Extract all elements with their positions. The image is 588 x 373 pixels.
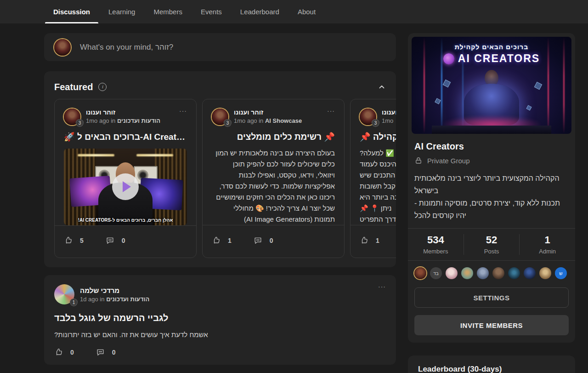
comment-icon: [254, 236, 262, 245]
level-badge: 3: [372, 119, 379, 127]
decor: [424, 37, 425, 134]
more-icon[interactable]: ···: [179, 109, 187, 113]
lock-icon: [414, 156, 423, 165]
featured-cards-row: 3 זוהר וענונו 1mo ago in הודעות ועדכונים…: [54, 99, 396, 258]
stat-admins[interactable]: 1 Admin: [519, 234, 575, 255]
group-description-line: תכנות ללא קוד, יצירת סרטים, מוסיקה ותמונ…: [414, 197, 569, 222]
member-avatar[interactable]: ש: [555, 267, 567, 279]
post-category[interactable]: AI Showcase: [265, 117, 302, 124]
group-description-line: הקהילה המקצועית ביותר ליוצרי בינה מלאכות…: [414, 172, 569, 197]
level-badge: 3: [76, 119, 84, 127]
like-button[interactable]: [54, 348, 63, 356]
avatar[interactable]: 3: [64, 109, 80, 125]
post-composer[interactable]: What's on your mind, זוהר?: [44, 33, 396, 61]
thumbs-up-icon: [360, 236, 368, 245]
tab-learning[interactable]: Learning: [99, 0, 144, 23]
stat-posts[interactable]: 52 Posts: [464, 234, 520, 255]
invite-members-button[interactable]: INVITE MEMBERS: [414, 315, 569, 335]
comment-button[interactable]: [96, 348, 105, 356]
post-author[interactable]: זוהר וענונו: [382, 109, 396, 116]
info-icon[interactable]: [98, 83, 107, 91]
like-count: 1: [228, 237, 232, 244]
chevron-up-icon: [378, 83, 386, 91]
feed-post[interactable]: 1 מרדכי שלמה 1d ago in הודעות ועדכונים ·…: [44, 275, 396, 365]
leaderboard-card: Leaderboard (30-days): [408, 356, 575, 373]
thumbs-up-icon: [64, 236, 73, 245]
featured-section: Featured 3 זוהר וענונו 1mo ago in הודעות…: [44, 71, 396, 267]
member-avatar[interactable]: [461, 267, 473, 279]
tab-discussion[interactable]: Discussion: [44, 0, 99, 23]
tab-members[interactable]: Members: [144, 0, 192, 23]
video-caption: אהלן חברים, ברוכים הבאים ל-AI CREATORS!: [64, 218, 187, 223]
post-category[interactable]: הודעות ועדכונים: [106, 296, 149, 303]
stat-members[interactable]: 534 Members: [408, 234, 464, 255]
banner-title: AI CREATORS: [458, 52, 540, 65]
featured-card-tools[interactable]: 3 זוהר וענונו 1mo ago in AI Showcase ···…: [202, 99, 345, 258]
play-icon[interactable]: [112, 173, 139, 200]
member-avatar[interactable]: [539, 267, 551, 279]
like-count: 5: [80, 237, 84, 244]
post-body[interactable]: אשמח לדעת איך עושים את זה. והאם יש בזה י…: [54, 331, 386, 339]
post-category[interactable]: הודעות ועדכונים: [117, 117, 160, 124]
member-avatar[interactable]: בד: [430, 267, 442, 279]
avatar[interactable]: 3: [360, 109, 376, 125]
member-avatar[interactable]: [492, 267, 504, 279]
tab-about[interactable]: About: [288, 0, 325, 23]
tab-events[interactable]: Events: [192, 0, 231, 23]
more-icon[interactable]: ···: [378, 284, 386, 289]
thumbs-up-icon: [212, 236, 220, 245]
comment-icon: [96, 348, 105, 356]
post-title[interactable]: לגביי הרשמה של גוגל בלבד: [54, 313, 386, 323]
banner-subtitle: ברוכים הבאים לקהילת: [412, 43, 571, 51]
comment-count: 0: [112, 349, 116, 356]
avatar[interactable]: 1: [54, 284, 74, 304]
decor: [563, 37, 565, 134]
group-stats: 534 Members 52 Posts 1 Admin: [408, 228, 575, 261]
member-avatar[interactable]: [446, 267, 458, 279]
nav-tabs: Discussion Learning Members Events Leade…: [0, 0, 588, 23]
member-avatars-row: בד ש: [414, 267, 569, 279]
post-author[interactable]: זוהר וענונו: [86, 109, 160, 116]
featured-title: Featured: [54, 82, 93, 92]
post-author[interactable]: מרדכי שלמה: [80, 287, 149, 294]
collapse-featured-button[interactable]: [378, 83, 386, 91]
member-avatar[interactable]: [524, 267, 536, 279]
featured-card-community[interactable]: 3 זוהר וענונו 1mo קהילה 📌 ✅ למעלה? היכנס…: [350, 99, 396, 258]
like-button[interactable]: [360, 236, 368, 245]
feed-column: What's on your mind, זוהר? Featured 3: [44, 33, 396, 365]
post-title[interactable]: 📌 רשימת כלים מומלצים: [212, 132, 335, 142]
avatar[interactable]: 3: [212, 109, 228, 125]
member-avatar[interactable]: [508, 267, 520, 279]
top-navigation: Discussion Learning Members Events Leade…: [0, 0, 588, 23]
comment-button[interactable]: [254, 236, 262, 245]
group-name: AI Creators: [414, 141, 569, 152]
member-avatar[interactable]: [414, 267, 426, 279]
level-badge: 1: [70, 298, 78, 306]
post-author[interactable]: זוהר וענונו: [234, 109, 302, 116]
brain-icon: [443, 53, 454, 64]
decor: [435, 98, 441, 104]
post-title[interactable]: 🚀 ברוכים הבאים ל-AI Creators: [64, 132, 187, 142]
group-banner[interactable]: ברוכים הבאים לקהילת AI CREATORS: [412, 37, 571, 134]
like-button[interactable]: [212, 236, 220, 245]
settings-button[interactable]: SETTINGS: [414, 287, 569, 308]
more-icon[interactable]: ···: [327, 109, 335, 113]
post-title[interactable]: קהילה 📌: [360, 132, 396, 142]
decor: [443, 80, 451, 88]
comment-button[interactable]: [106, 236, 114, 245]
like-button[interactable]: [64, 236, 73, 245]
post-body[interactable]: ✅ למעלה? היכנס לעמוד התכנים שיש קבל תשוב…: [360, 148, 396, 225]
comment-count: 0: [270, 237, 273, 244]
member-avatar[interactable]: [477, 267, 489, 279]
decor: [432, 126, 551, 134]
tab-leaderboard[interactable]: Leaderboard: [231, 0, 288, 23]
post-meta: 1mo ago in AI Showcase: [234, 117, 302, 124]
like-count: 1: [376, 237, 379, 244]
post-body[interactable]: בעולם היצירה עם בינה מלאכותית יש המון כל…: [212, 148, 335, 225]
comment-icon: [106, 236, 114, 245]
decor: [78, 154, 114, 156]
video-thumbnail[interactable]: אהלן חברים, ברוכים הבאים ל-AI CREATORS!: [64, 149, 187, 225]
decor: [548, 37, 549, 134]
featured-card-welcome[interactable]: 3 זוהר וענונו 1mo ago in הודעות ועדכונים…: [54, 99, 197, 258]
composer-placeholder: What's on your mind, זוהר?: [80, 43, 173, 52]
